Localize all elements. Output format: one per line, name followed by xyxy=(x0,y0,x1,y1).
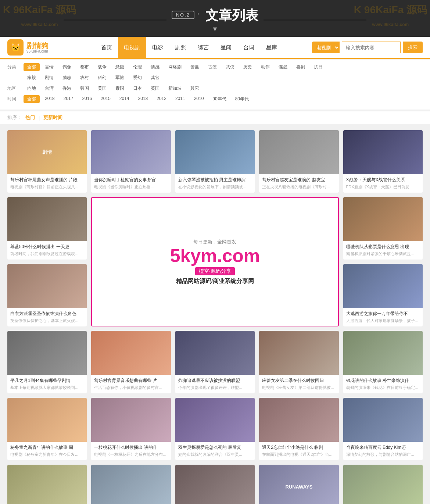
cat-tag-jingfei[interactable]: 警匪 xyxy=(187,63,203,71)
list-item[interactable]: 汤维新剧小超记事男主演是谁 是 近几年的古装剧市场可以说是制作者... xyxy=(343,465,423,504)
nav-item-variety[interactable]: 综艺 xyxy=(192,36,215,58)
list-item[interactable]: 全职高手叶修喜欢苏沐橙吗 两人 模国同名小说改编而成的电视剧《全... xyxy=(91,465,171,504)
card-sub: FDX新剧《X战警：天赐》已日前发... xyxy=(346,184,420,190)
banner-line-left xyxy=(64,20,166,20)
list-item[interactable]: 双生灵探改编自什么漫画 主要讲 一般以以以对确问的实的和的就，第... xyxy=(7,465,87,504)
list-item[interactable]: 剧情 莺乐村官杯尾曲女声是谁播的 片段 电视剧《莺乐村官》目前正在央视八... xyxy=(7,130,87,193)
nav-item-stars[interactable]: 星库 xyxy=(260,36,283,58)
region-hanguo[interactable]: 韩国 xyxy=(76,85,93,92)
card-image xyxy=(7,331,87,375)
card-title: 新六弦琴漫被被拒拍 男主是谁饰演 xyxy=(178,176,252,183)
card-title: 当夜晚来临百度云 Eddy Kim还 xyxy=(346,444,420,451)
list-item[interactable]: 通天2忘仁红尘小绝是什么 临剧 在前面到播出的电视《通天2仁亡》当... xyxy=(259,398,338,460)
cat-tag-xiju[interactable]: 喜剧 xyxy=(293,63,309,71)
list-item[interactable]: RUNAWAYS 南家堂盟主要讲的是什么 什么时 搭载着幸家庭的的了扩大不，各种… xyxy=(259,465,338,504)
nav-item-quotes[interactable]: 台词 xyxy=(237,36,260,58)
cat-tag-juqing[interactable]: 剧情 xyxy=(41,74,57,82)
region-taiguo[interactable]: 泰国 xyxy=(112,85,128,92)
cat-tag-nongcun[interactable]: 农村 xyxy=(76,74,93,82)
list-item[interactable]: 杜明礼最后是被乱刀砍死的吗 是 电视剧《邻些花开月正宣》正在热播... xyxy=(175,465,255,504)
sort-hot[interactable]: 热门 xyxy=(25,114,35,121)
card-sub: 基本上每期视频就大家都就放较说到... xyxy=(10,385,84,390)
region-riben[interactable]: 日本 xyxy=(129,85,146,92)
cat-tag-aihuan[interactable]: 爱幻 xyxy=(129,74,146,82)
list-item[interactable]: 白衣方派霍圣圣依依饰演什么角色 英圣依依从保护之心，基本上就火候... xyxy=(7,264,87,326)
cat-tag-dongzuo[interactable]: 动作 xyxy=(257,63,273,71)
list-item[interactable]: 莺乐村官赵友宝是谁演的 赵友宝 正在央视八套热播的电视剧《莺乐村... xyxy=(259,130,338,193)
cat-tag-kehuan[interactable]: 科幻 xyxy=(94,74,110,82)
list-item[interactable]: 新六弦琴漫被被拒拍 男主是谁饰演 在小说影视化的发展下，剧情频频被... xyxy=(175,130,255,193)
list-item[interactable]: 钱花讲的什么故事 朴世豪饰演什 朝鲜的演绎来《钱花》在日前终于确定... xyxy=(343,331,423,393)
list-item[interactable]: 应蕾女友第二季在什么时候回归 电视剧《应蕾女友》第二部从这份就彼... xyxy=(259,331,338,393)
list-item[interactable]: 秘务童之新青年讲的什么故事 周 电视剧《秘务童之新青年》在今日发... xyxy=(7,398,87,460)
card-image xyxy=(259,398,338,442)
top-banner: NO.2 ' 文章列表 ▼ K 96KaiFa 源码www.96kaifa.co… xyxy=(0,0,430,37)
search-button[interactable]: 搜索 xyxy=(403,42,423,53)
search-select[interactable]: 电视剧 xyxy=(312,42,340,53)
list-item[interactable]: 双生灵探朋爱是怎么死的 最后复 她的众截就的改编的联合《双生灵... xyxy=(175,398,255,460)
year-2015[interactable]: 2015 xyxy=(97,95,114,103)
cat-tag-jiazu[interactable]: 家族 xyxy=(24,74,40,82)
year-2011[interactable]: 2011 xyxy=(172,95,189,103)
cat-tag-ouxiang[interactable]: 偶像 xyxy=(59,63,75,71)
region-xianggang[interactable]: 香港 xyxy=(59,85,75,92)
logo[interactable]: 🐱 剧情狗 96KaiFa.com xyxy=(7,39,66,56)
list-item[interactable]: 尊蓝50米什么时候播出 一天更 前段时间，我们刚刚欣赏过在游戏表... xyxy=(7,197,87,260)
list-item[interactable]: 一枝桃花开什么时候播出 讲的什 电视剧《一枝桃花开》之后在地方分布... xyxy=(91,398,171,460)
list-item[interactable]: 当你沉睡时丁检察官的女事务官 电视剧《当你沉睡时》正在热播... xyxy=(91,130,171,193)
region-neidi[interactable]: 内地 xyxy=(24,85,40,92)
cat-tag-qita[interactable]: 其它 xyxy=(147,74,163,82)
nav-item-tv[interactable]: 电视剧 xyxy=(118,36,146,58)
year-2018[interactable]: 2018 xyxy=(41,95,58,103)
region-yingguo[interactable]: 英国 xyxy=(147,85,163,92)
list-item[interactable]: 当夜晚来临百度云 Eddy Kim还 深情梦幻的故歌，与剧情台站的深广... xyxy=(343,398,423,460)
nav-item-news[interactable]: 星闻 xyxy=(215,36,237,58)
card-sub: 她的众截就的改编的联合《双生灵... xyxy=(178,452,252,457)
cat-tag-yanqing[interactable]: 言情 xyxy=(41,63,57,71)
cat-tag-zhanzheng[interactable]: 战争 xyxy=(94,63,110,71)
cat-tag-wangju[interactable]: 网络剧 xyxy=(165,63,185,71)
card-title: 莺乐村官背景音乐想曲有哪些 片 xyxy=(94,377,168,384)
year-90s[interactable]: 90年代 xyxy=(209,95,230,103)
cat-tag-wuxia[interactable]: 武侠 xyxy=(222,63,238,71)
cat-tag-kangri[interactable]: 抗日 xyxy=(310,63,326,71)
cat-tag-all[interactable]: 全部 xyxy=(24,63,40,71)
cat-tag-dushi[interactable]: 都市 xyxy=(76,63,93,71)
nav-item-photos[interactable]: 剧照 xyxy=(169,36,192,58)
card-title: 莺乐村官赵友宝是谁演的 赵友宝 xyxy=(262,176,336,183)
year-2014[interactable]: 2014 xyxy=(116,95,133,103)
logo-sub: 96KaiFa.com xyxy=(26,49,49,53)
year-2010[interactable]: 2010 xyxy=(190,95,208,103)
cat-tag-guzhuang[interactable]: 古装 xyxy=(204,63,221,71)
cat-tag-lishi[interactable]: 历史 xyxy=(240,63,256,71)
region-qita[interactable]: 其它 xyxy=(187,85,203,92)
cat-tag-lizhi[interactable]: 励志 xyxy=(59,74,75,82)
year-2012[interactable]: 2012 xyxy=(153,95,170,103)
list-item[interactable]: 哪些机队从彩票是什么意思 出现 南省和那剧对紧张的于烦心米俩就是... xyxy=(343,197,423,260)
nav-item-movie[interactable]: 电影 xyxy=(146,36,169,58)
card-image xyxy=(343,398,423,442)
cat-tag-dianzhan[interactable]: 谍战 xyxy=(275,63,291,71)
year-2017[interactable]: 2017 xyxy=(60,95,77,103)
cat-tag-qinggan[interactable]: 情感 xyxy=(147,63,163,71)
list-item[interactable]: 莺乐村官背景音乐想曲有哪些 片 生活百态有你，小镇视频剧的多村官... xyxy=(91,331,171,393)
search-input[interactable] xyxy=(342,42,401,53)
list-item[interactable]: 大逃西游之旅你一万年带给你不 大逃西游—代大对家那家庭场景，孩子... xyxy=(343,264,423,326)
year-2013[interactable]: 2013 xyxy=(135,95,152,103)
year-80s[interactable]: 80年代 xyxy=(232,95,252,103)
cat-tag-junlv[interactable]: 军旅 xyxy=(112,74,128,82)
card-image xyxy=(343,130,423,174)
region-taiwan[interactable]: 台湾 xyxy=(41,85,57,92)
sort-update-time[interactable]: 更新时间 xyxy=(43,114,62,121)
region-xinjiapo[interactable]: 新加坡 xyxy=(165,85,185,92)
nav-item-home[interactable]: 首页 xyxy=(95,36,118,58)
list-item[interactable]: 炸弹追逃最不应该被搜没的联盟 今年的演剧出现了很多评评，联盟... xyxy=(175,331,255,393)
list-item[interactable]: X战警：天赐与X战警什么关系 FDX新剧《X战警：天赐》已日前发... xyxy=(343,130,423,193)
list-item[interactable]: 平凡之月1到44集有哪些孕剧情 基本上每期视频就大家都就放较说到... xyxy=(7,331,87,393)
cat-tag-xuanyi[interactable]: 悬疑 xyxy=(112,63,128,71)
promo-banner[interactable]: 每日更新，全网首发 5kym.com 橙空·源码分享 精品网站源码/商业系统分享… xyxy=(91,197,338,326)
year-2016[interactable]: 2016 xyxy=(78,95,96,103)
year-all[interactable]: 全部 xyxy=(24,95,40,103)
region-meiguo[interactable]: 美国 xyxy=(94,85,110,92)
cat-tag-lunli[interactable]: 伦理 xyxy=(129,63,146,71)
